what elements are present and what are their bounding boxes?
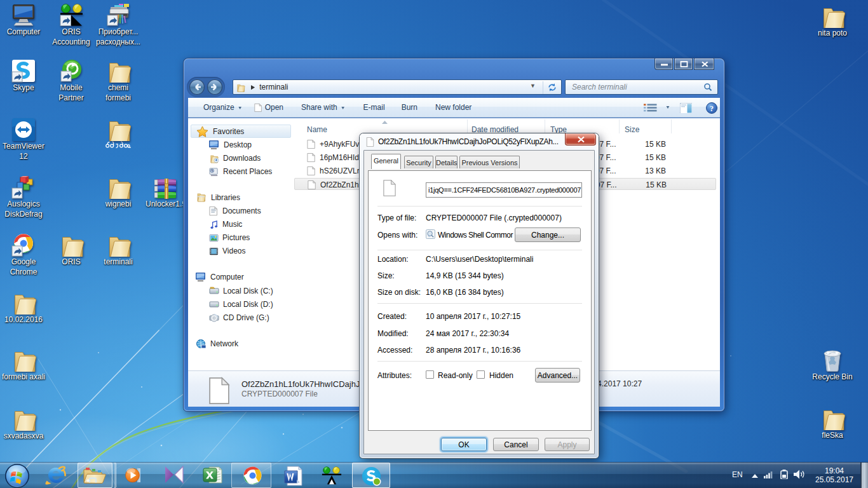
svg-text:?: ? — [710, 104, 714, 113]
